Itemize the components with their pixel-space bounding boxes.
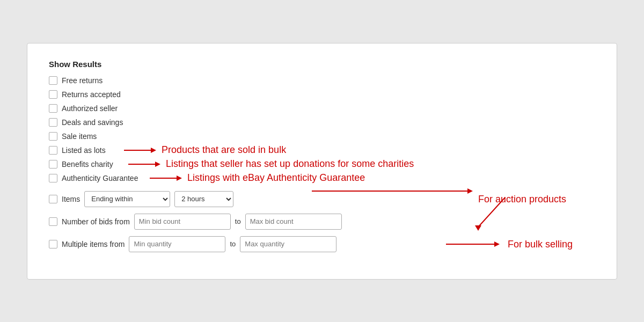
returns-accepted-checkbox[interactable]: [49, 90, 57, 99]
listed-lots-label: Listed as lots: [62, 146, 106, 155]
authenticity-guarantee-label: Authenticity Guarantee: [62, 174, 138, 182]
items-checkbox[interactable]: [49, 195, 57, 203]
max-bid-input[interactable]: [245, 214, 342, 230]
sale-items-checkbox[interactable]: [49, 132, 57, 141]
checkbox-row-bids: Number of bids from to: [49, 214, 595, 230]
deals-savings-checkbox[interactable]: [49, 118, 57, 127]
max-qty-input[interactable]: [240, 236, 336, 252]
svg-marker-5: [177, 175, 182, 181]
authorized-seller-label: Authorized seller: [62, 104, 118, 113]
section-title: Show Results: [49, 60, 595, 69]
min-qty-input[interactable]: [129, 236, 225, 252]
items-controls: Items Ending within 2 hours 1 hour 4 hou…: [62, 191, 233, 207]
checkbox-row-authorized-seller: Authorized seller: [49, 104, 595, 113]
multiple-label: Multiple items from: [62, 240, 125, 248]
svg-marker-7: [467, 188, 473, 194]
checkbox-row-listed-lots: Listed as lots Products that are sold in…: [49, 146, 595, 155]
multiple-to-label: to: [230, 240, 236, 248]
deals-savings-label: Deals and savings: [62, 118, 123, 127]
bulk-arrow-svg: [446, 239, 505, 250]
charity-arrow-svg: [128, 159, 160, 170]
returns-accepted-label: Returns accepted: [62, 90, 121, 99]
main-card: Show Results Free returns Returns accept…: [27, 43, 617, 280]
checkbox-row-authenticity: Authenticity Guarantee Listings with eBa…: [49, 174, 595, 182]
svg-marker-9: [475, 225, 481, 231]
checkbox-row-free-returns: Free returns: [49, 76, 595, 85]
free-returns-checkbox[interactable]: [49, 76, 57, 85]
bids-arrow-svg: [451, 197, 516, 230]
free-returns-label: Free returns: [62, 76, 103, 85]
lots-arrow-svg: [124, 145, 156, 156]
listed-lots-checkbox[interactable]: [49, 146, 57, 155]
multiple-controls: Multiple items from to: [62, 236, 336, 252]
bids-controls: Number of bids from to: [62, 214, 342, 230]
svg-line-8: [478, 197, 505, 227]
bulk-annotation: For bulk selling: [508, 238, 573, 250]
sale-items-label: Sale items: [62, 132, 97, 141]
bids-checkbox[interactable]: [49, 217, 57, 226]
checkbox-row-returns-accepted: Returns accepted: [49, 90, 595, 99]
ending-within-select[interactable]: Ending within: [84, 191, 170, 207]
charity-annotation: Listings that seller has set up donation…: [166, 158, 414, 170]
svg-marker-3: [155, 162, 160, 167]
hours-select[interactable]: 2 hours 1 hour 4 hours 8 hours 24 hours: [174, 191, 233, 207]
authenticity-annotation: Listings with eBay Authenticity Guarante…: [187, 172, 365, 184]
benefits-charity-label: Benefits charity: [62, 160, 113, 169]
bids-to-label: to: [235, 217, 241, 225]
authenticity-guarantee-checkbox[interactable]: [49, 174, 57, 182]
checkbox-row-sale-items: Sale items: [49, 132, 595, 141]
svg-marker-11: [494, 241, 500, 247]
benefits-charity-checkbox[interactable]: [49, 160, 57, 169]
min-bid-input[interactable]: [134, 214, 231, 230]
items-label: Items: [62, 195, 80, 203]
checkbox-row-benefits-charity: Benefits charity Listings that seller ha…: [49, 160, 595, 169]
checkbox-row-multiple: Multiple items from to For bulk selling: [49, 236, 595, 252]
bids-label: Number of bids from: [62, 217, 130, 226]
svg-marker-1: [151, 148, 156, 153]
authenticity-arrow-svg: [150, 173, 182, 184]
authorized-seller-checkbox[interactable]: [49, 104, 57, 113]
checkbox-row-deals-savings: Deals and savings: [49, 118, 595, 127]
lots-annotation: Products that are sold in bulk: [162, 144, 286, 156]
multiple-checkbox[interactable]: [49, 240, 57, 248]
